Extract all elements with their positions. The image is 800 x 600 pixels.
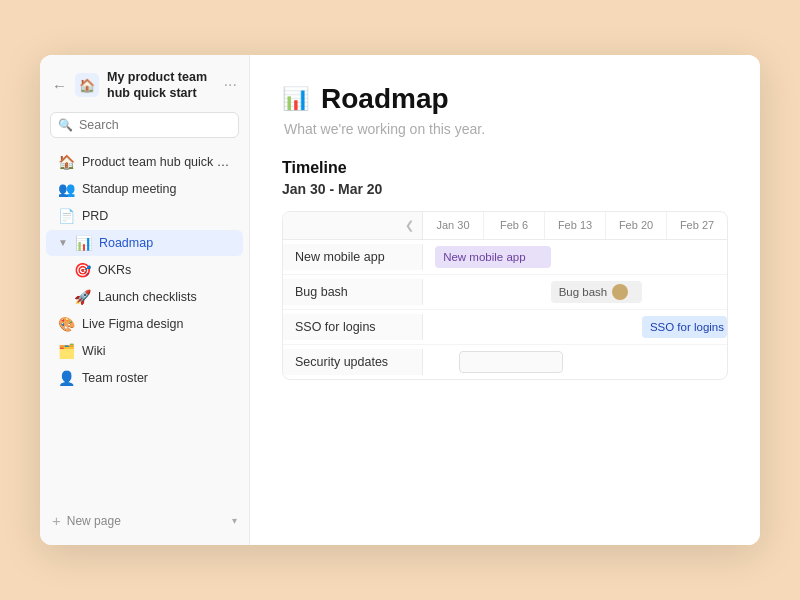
page-icon: 📊	[282, 86, 309, 112]
sidebar-item-launch[interactable]: 🚀 Launch checklists	[46, 284, 243, 310]
timeline-rows: New mobile app New mobile app Bug bash B…	[283, 240, 727, 379]
wiki-icon: 🗂️	[58, 343, 75, 359]
chevron-down-icon: ▾	[232, 515, 237, 526]
date-col-feb6: Feb 6	[484, 212, 545, 239]
sidebar-item-label: PRD	[82, 209, 231, 223]
sidebar-item-figma[interactable]: 🎨 Live Figma design	[46, 311, 243, 337]
sidebar-nav: 🏠 Product team hub quick st... 👥 Standup…	[40, 146, 249, 501]
sidebar-item-okrs[interactable]: 🎯 OKRs	[46, 257, 243, 283]
table-row: SSO for logins SSO for logins	[283, 310, 727, 345]
date-col-feb13: Feb 13	[545, 212, 606, 239]
table-row: New mobile app New mobile app	[283, 240, 727, 275]
date-range: Jan 30 - Mar 20	[282, 181, 728, 197]
timeline-label-col: ❮	[283, 212, 423, 239]
back-button[interactable]: ←	[52, 77, 67, 94]
date-col-jan30: Jan 30	[423, 212, 484, 239]
sidebar-item-label: Launch checklists	[98, 290, 231, 304]
bar-security[interactable]	[459, 351, 562, 373]
sidebar-item-team-roster[interactable]: 👤 Team roster	[46, 365, 243, 391]
search-icon: 🔍	[58, 118, 73, 132]
date-col-feb27: Feb 27	[667, 212, 727, 239]
bar-sso[interactable]: SSO for logins	[642, 316, 727, 338]
sidebar-item-prd[interactable]: 📄 PRD	[46, 203, 243, 229]
workspace-title: My product team hub quick start	[107, 69, 216, 102]
row-label-new-mobile-app: New mobile app	[283, 244, 423, 270]
main-content-area: 📊 Roadmap What we're working on this yea…	[250, 55, 760, 545]
okrs-icon: 🎯	[74, 262, 91, 278]
standup-icon: 👥	[58, 181, 75, 197]
table-row: Bug bash Bug bash	[283, 275, 727, 310]
row-label-sso: SSO for logins	[283, 314, 423, 340]
row-bar-new-mobile-app: New mobile app	[423, 240, 727, 274]
sidebar-item-label: Wiki	[82, 344, 231, 358]
table-row: Security updates	[283, 345, 727, 379]
team-roster-icon: 👤	[58, 370, 75, 386]
chevron-down-icon: ▼	[58, 237, 68, 248]
sidebar-item-label: Standup meeting	[82, 182, 231, 196]
sidebar-item-standup[interactable]: 👥 Standup meeting	[46, 176, 243, 202]
date-col-feb20: Feb 20	[606, 212, 667, 239]
app-window: ← 🏠 My product team hub quick start ··· …	[40, 55, 760, 545]
timeline-header: ❮ Jan 30 Feb 6 Feb 13 Feb 20 Feb 27	[283, 212, 727, 240]
sidebar-footer: + New page ▾	[40, 500, 249, 545]
bar-new-mobile-app[interactable]: New mobile app	[435, 246, 551, 268]
sidebar-item-label: Roadmap	[99, 236, 231, 250]
product-hub-icon: 🏠	[58, 154, 75, 170]
row-bar-sso: SSO for logins	[423, 310, 727, 344]
page-content: 📊 Roadmap What we're working on this yea…	[250, 55, 760, 545]
launch-icon: 🚀	[74, 289, 91, 305]
search-bar: 🔍	[50, 112, 239, 138]
new-page-label: New page	[67, 514, 121, 528]
page-subtitle: What we're working on this year.	[284, 121, 728, 137]
roadmap-icon: 📊	[75, 235, 92, 251]
workspace-logo: 🏠	[75, 73, 99, 97]
sidebar-item-label: Product team hub quick st...	[82, 155, 231, 169]
sidebar: ← 🏠 My product team hub quick start ··· …	[40, 55, 250, 545]
search-input[interactable]	[50, 112, 239, 138]
sidebar-item-label: Live Figma design	[82, 317, 231, 331]
plus-icon: +	[52, 512, 61, 529]
figma-icon: 🎨	[58, 316, 75, 332]
bar-bug-bash[interactable]: Bug bash	[551, 281, 642, 303]
timeline-dates: Jan 30 Feb 6 Feb 13 Feb 20 Feb 27	[423, 212, 727, 239]
sidebar-item-wiki[interactable]: 🗂️ Wiki	[46, 338, 243, 364]
new-page-button[interactable]: + New page ▾	[52, 508, 237, 533]
prd-icon: 📄	[58, 208, 75, 224]
sidebar-item-label: Team roster	[82, 371, 231, 385]
sidebar-item-roadmap[interactable]: ▼ 📊 Roadmap	[46, 230, 243, 256]
more-options-button[interactable]: ···	[224, 76, 237, 94]
collapse-arrow-icon[interactable]: ❮	[405, 219, 414, 232]
row-bar-bug-bash: Bug bash	[423, 275, 727, 309]
row-label-security: Security updates	[283, 349, 423, 375]
row-bar-security	[423, 345, 727, 379]
sidebar-item-product-hub[interactable]: 🏠 Product team hub quick st...	[46, 149, 243, 175]
page-title: Roadmap	[321, 83, 449, 115]
row-label-bug-bash: Bug bash	[283, 279, 423, 305]
section-title: Timeline	[282, 159, 728, 177]
page-header: 📊 Roadmap	[282, 83, 728, 115]
sidebar-item-label: OKRs	[98, 263, 231, 277]
timeline-container: ❮ Jan 30 Feb 6 Feb 13 Feb 20 Feb 27 New …	[282, 211, 728, 380]
sidebar-header: ← 🏠 My product team hub quick start ···	[40, 55, 249, 112]
avatar	[612, 284, 628, 300]
